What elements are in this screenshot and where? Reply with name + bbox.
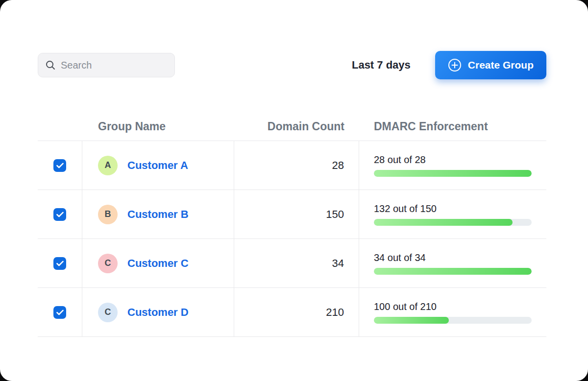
- table-row: B Customer B 150 132 out of 150: [38, 190, 546, 239]
- check-icon: [56, 163, 64, 168]
- customer-name-link[interactable]: Customer B: [127, 208, 189, 221]
- customer-avatar: C: [98, 254, 118, 273]
- dmarc-progress-bar: [374, 170, 532, 177]
- row-checkbox[interactable]: [53, 208, 66, 221]
- groups-table: Group Name Domain Count DMARC Enforcemen…: [38, 113, 546, 337]
- search-box[interactable]: [38, 53, 175, 77]
- dmarc-progress-bar: [374, 268, 532, 275]
- customer-avatar: A: [98, 156, 118, 175]
- search-icon: [45, 60, 56, 71]
- customer-name-link[interactable]: Customer A: [127, 159, 188, 172]
- customer-avatar: C: [98, 303, 118, 322]
- table-row: A Customer A 28 28 out of 28: [38, 141, 546, 190]
- dmarc-enforcement-text: 100 out of 210: [374, 301, 532, 312]
- table-row: C Customer D 210 100 out of 210: [38, 288, 546, 337]
- period-label: Last 7 days: [352, 59, 435, 71]
- dmarc-enforcement-text: 34 out of 34: [374, 252, 532, 263]
- dmarc-progress-fill: [374, 268, 532, 275]
- avatar-letter: C: [105, 307, 111, 317]
- dmarc-progress-fill: [374, 170, 532, 177]
- create-group-label: Create Group: [468, 59, 534, 71]
- avatar-letter: B: [105, 209, 111, 219]
- table-row: C Customer C 34 34 out of 34: [38, 239, 546, 288]
- dmarc-enforcement-text: 132 out of 150: [374, 203, 532, 214]
- domain-count-value: 150: [234, 190, 359, 238]
- check-icon: [56, 212, 64, 217]
- plus-circle-icon: [448, 58, 462, 72]
- check-icon: [56, 310, 64, 315]
- domain-count-value: 210: [234, 288, 359, 336]
- avatar-letter: A: [105, 160, 111, 170]
- customer-name-link[interactable]: Customer C: [127, 257, 189, 270]
- dmarc-progress-fill: [374, 219, 513, 226]
- dmarc-enforcement-text: 28 out of 28: [374, 154, 532, 166]
- customer-name-link[interactable]: Customer D: [127, 306, 189, 319]
- table-header-row: Group Name Domain Count DMARC Enforcemen…: [38, 113, 546, 141]
- search-input[interactable]: [61, 60, 168, 71]
- dmarc-progress-bar: [374, 317, 532, 324]
- create-group-button[interactable]: Create Group: [435, 51, 546, 79]
- customer-avatar: B: [98, 205, 118, 224]
- groups-page: Last 7 days Create Group Group Name Doma…: [0, 0, 588, 381]
- row-checkbox[interactable]: [53, 159, 66, 172]
- avatar-letter: C: [105, 258, 111, 268]
- col-header-domain-count: Domain Count: [234, 120, 359, 133]
- col-header-group-name: Group Name: [82, 120, 234, 133]
- domain-count-value: 34: [234, 239, 359, 287]
- dmarc-progress-bar: [374, 219, 532, 226]
- row-checkbox[interactable]: [53, 306, 66, 319]
- row-checkbox[interactable]: [53, 257, 66, 270]
- col-header-dmarc-enforcement: DMARC Enforcement: [359, 120, 546, 133]
- table-body: A Customer A 28 28 out of 28 B Customer …: [38, 141, 546, 337]
- check-icon: [56, 261, 64, 266]
- toolbar: Last 7 days Create Group: [38, 51, 546, 79]
- domain-count-value: 28: [234, 141, 359, 190]
- dmarc-progress-fill: [374, 317, 449, 324]
